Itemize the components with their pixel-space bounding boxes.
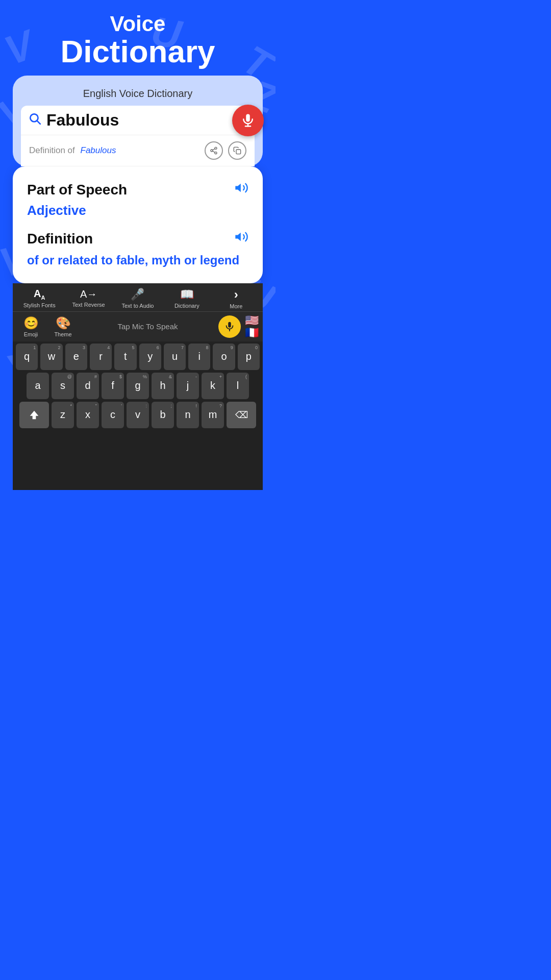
key-f[interactable]: $f xyxy=(102,373,124,399)
text-to-audio-icon: 🎤 xyxy=(131,288,144,301)
svg-marker-12 xyxy=(235,233,241,241)
key-row-1: 1q 2w 3e 4r 5t 6y 7u 8i 9o 0p xyxy=(16,344,260,370)
key-g[interactable]: %g xyxy=(127,373,149,399)
key-s[interactable]: @s xyxy=(52,373,74,399)
key-j[interactable]: -j xyxy=(177,373,199,399)
toolbar-dictionary[interactable]: 📖 Dictionary xyxy=(169,288,205,309)
svg-rect-10 xyxy=(236,150,241,154)
spacebar-text[interactable]: Tap Mic To Speak xyxy=(81,322,214,331)
key-r[interactable]: 4r xyxy=(90,344,112,370)
search-icon xyxy=(28,112,41,129)
key-y[interactable]: 6y xyxy=(139,344,161,370)
key-o[interactable]: 9o xyxy=(213,344,235,370)
theme-icon: 🎨 xyxy=(56,316,71,330)
key-t[interactable]: 5t xyxy=(114,344,136,370)
def-speaker-icon[interactable] xyxy=(234,230,248,248)
toolbar-text-reverse[interactable]: A→ Text Reverse xyxy=(71,288,107,308)
flag-fr: 🇫🇷 xyxy=(245,327,259,338)
toolbar-theme[interactable]: 🎨 Theme xyxy=(49,316,77,337)
share-button[interactable] xyxy=(205,141,223,160)
toolbar-emoji[interactable]: 😊 Emoji xyxy=(17,316,45,337)
dictionary-icon: 📖 xyxy=(180,288,194,301)
key-e[interactable]: 3e xyxy=(65,344,87,370)
mic-button-red[interactable] xyxy=(232,105,264,136)
text-reverse-icon: A→ xyxy=(80,288,97,300)
keyboard-toolbar2: 😊 Emoji 🎨 Theme Tap Mic To Speak 🇺🇸 🇫🇷 xyxy=(13,311,263,341)
svg-line-8 xyxy=(213,151,215,153)
search-bar: Fabulous ✕ xyxy=(21,106,255,135)
key-k[interactable]: +k xyxy=(202,373,224,399)
definition-prefix: Definition of Fabulous xyxy=(29,145,205,156)
toolbar-stylish-fonts[interactable]: AA Stylish Fonts xyxy=(21,288,57,308)
pos-speaker-icon[interactable] xyxy=(234,181,248,199)
flag-us: 🇺🇸 xyxy=(245,315,259,326)
emoji-icon: 😊 xyxy=(23,316,39,330)
main-content: Voice Dictionary English Voice Dictionar… xyxy=(0,0,276,490)
key-l[interactable]: (l xyxy=(227,373,249,399)
copy-button[interactable] xyxy=(228,141,246,160)
definition-actions xyxy=(205,141,246,160)
svg-point-6 xyxy=(211,150,213,152)
key-c[interactable]: 'c xyxy=(102,402,124,428)
definition-section: Definition of or related to fable, myth … xyxy=(27,230,248,269)
definition-word: Fabulous xyxy=(81,145,116,155)
key-n[interactable]: !n xyxy=(177,402,199,428)
key-z[interactable]: *z xyxy=(52,402,74,428)
svg-point-7 xyxy=(215,152,217,154)
toolbar-more[interactable]: › More xyxy=(218,287,254,309)
more-icon: › xyxy=(234,287,238,302)
svg-marker-11 xyxy=(235,184,241,192)
keyboard-toolbar: AA Stylish Fonts A→ Text Reverse 🎤 Text … xyxy=(13,283,263,311)
key-w[interactable]: 2w xyxy=(40,344,62,370)
svg-point-5 xyxy=(215,148,217,150)
svg-rect-2 xyxy=(246,114,250,121)
keyboard-section: AA Stylish Fonts A→ Text Reverse 🎤 Text … xyxy=(13,283,263,490)
stylish-fonts-icon: AA xyxy=(34,288,45,301)
keys-area: 1q 2w 3e 4r 5t 6y 7u 8i 9o 0p a @s #d $f… xyxy=(13,341,263,433)
svg-marker-15 xyxy=(30,410,39,419)
pos-value: Adjective xyxy=(27,203,248,218)
key-row-2: a @s #d $f %g &h -j +k (l xyxy=(16,373,260,399)
key-v[interactable]: :v xyxy=(127,402,149,428)
svg-line-9 xyxy=(213,149,215,151)
mic-button-yellow[interactable] xyxy=(218,315,241,338)
definition-text: of or related to fable, myth or legend xyxy=(27,252,248,269)
definition-card: Part of Speech Adjective Definition xyxy=(13,166,263,283)
toolbar-text-to-audio[interactable]: 🎤 Text to Audio xyxy=(120,288,156,309)
pos-section: Part of Speech Adjective xyxy=(27,181,248,218)
language-flags[interactable]: 🇺🇸 🇫🇷 xyxy=(245,315,259,338)
key-x[interactable]: "x xyxy=(77,402,99,428)
app-title-dictionary: Dictionary xyxy=(60,36,215,67)
key-m[interactable]: ?m xyxy=(202,402,224,428)
key-a[interactable]: a xyxy=(27,373,49,399)
key-p[interactable]: 0p xyxy=(238,344,260,370)
phone-mockup: English Voice Dictionary Fabulous ✕ xyxy=(13,76,263,166)
svg-line-1 xyxy=(37,121,40,124)
key-h[interactable]: &h xyxy=(152,373,174,399)
backspace-key[interactable]: ⌫ xyxy=(227,402,256,428)
app-title-voice: Voice xyxy=(60,12,215,36)
key-u[interactable]: 7u xyxy=(164,344,186,370)
phone-label: English Voice Dictionary xyxy=(21,84,255,106)
key-b[interactable]: ;b xyxy=(152,402,174,428)
app-header: Voice Dictionary xyxy=(50,0,225,76)
key-d[interactable]: #d xyxy=(77,373,99,399)
definition-title: Definition xyxy=(27,230,248,248)
pos-title: Part of Speech xyxy=(27,181,248,199)
definition-header: Definition of Fabulous xyxy=(21,135,255,166)
key-q[interactable]: 1q xyxy=(16,344,38,370)
shift-key[interactable] xyxy=(19,402,49,428)
key-row-3: *z "x 'c :v ;b !n ?m ⌫ xyxy=(16,402,260,428)
key-i[interactable]: 8i xyxy=(188,344,210,370)
svg-rect-13 xyxy=(228,322,231,328)
search-query[interactable]: Fabulous xyxy=(46,111,234,130)
